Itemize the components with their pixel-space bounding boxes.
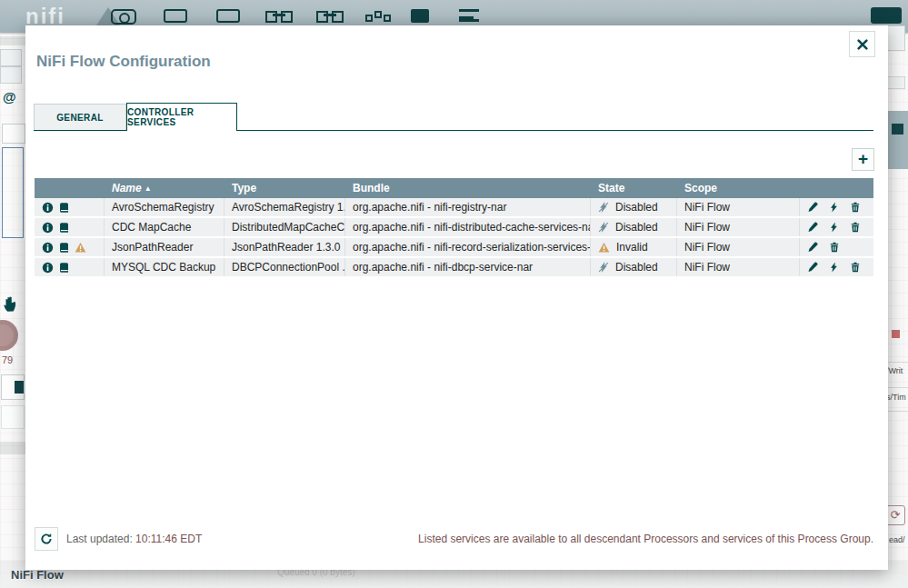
usage-icon: [58, 202, 70, 214]
table-row[interactable]: AvroSchemaRegistry AvroSchemaRegistry 1.…: [35, 198, 873, 218]
last-updated-time: 10:11:46 EDT: [135, 533, 202, 545]
input-port-icon[interactable]: [164, 9, 187, 23]
tab-controller-services[interactable]: CONTROLLER SERVICES: [126, 103, 237, 131]
usage-icon: [58, 242, 70, 254]
navigate-control-fragment[interactable]: [2, 124, 25, 144]
table-row[interactable]: JsonPathReader JsonPathReader 1.3.0 org.…: [35, 238, 873, 258]
enable-icon[interactable]: [829, 202, 839, 213]
stopped-indicator-icon: [892, 330, 900, 338]
header-actions: [800, 178, 873, 198]
canvas-box-fragment: [887, 76, 905, 89]
navigate-compass-icon[interactable]: @: [3, 89, 16, 105]
tab-bar: GENERAL CONTROLLER SERVICES: [34, 104, 873, 131]
remote-process-group-icon[interactable]: [316, 9, 344, 22]
row-actions: [800, 218, 873, 236]
service-type: DBCPConnectionPool ...: [225, 258, 345, 276]
service-state: Disabled: [591, 218, 677, 236]
count-fragment: 79: [2, 354, 13, 365]
service-state: Disabled: [591, 198, 677, 216]
info-icon: [42, 242, 54, 254]
service-type: AvroSchemaRegistry 1....: [225, 198, 345, 216]
close-button[interactable]: [849, 31, 875, 57]
flow-configuration-dialog: NiFi Flow Configuration GENERAL CONTROLL…: [25, 25, 888, 570]
add-service-button[interactable]: +: [852, 148, 874, 171]
funnel-icon[interactable]: [365, 9, 393, 24]
last-updated: Last updated: 10:11:46 EDT: [66, 533, 202, 545]
usage-icon: [58, 262, 70, 274]
refresh-fragment-icon[interactable]: ⟳: [885, 505, 905, 525]
menu-row-fragment: [0, 66, 22, 84]
refresh-button[interactable]: [35, 527, 58, 551]
header-bundle[interactable]: Bundle: [345, 178, 591, 198]
edit-icon[interactable]: [807, 262, 818, 273]
service-state: Invalid: [591, 238, 677, 256]
tab-general[interactable]: GENERAL: [34, 104, 126, 130]
state-label: Disabled: [615, 218, 658, 236]
edit-icon[interactable]: [807, 222, 818, 233]
breadcrumb[interactable]: NiFi Flow: [11, 568, 64, 582]
service-name: MYSQL CDC Backup: [105, 258, 225, 276]
delete-icon[interactable]: [850, 202, 861, 213]
row-actions: [800, 198, 873, 216]
label-icon[interactable]: [411, 9, 429, 23]
usage-icon: [58, 222, 70, 234]
service-type: JsonPathReader 1.3.0: [225, 238, 345, 256]
edit-icon[interactable]: [807, 242, 818, 253]
row-info-icons: [35, 218, 105, 236]
service-type: DistributedMapCacheC...: [225, 218, 345, 236]
enable-icon[interactable]: [829, 262, 839, 273]
output-port-icon[interactable]: [216, 9, 240, 23]
table-row[interactable]: MYSQL CDC Backup DBCPConnectionPool ... …: [35, 258, 873, 278]
edit-icon[interactable]: [807, 202, 818, 213]
component-header-fragment: [888, 111, 908, 169]
header-scope[interactable]: Scope: [677, 178, 800, 198]
delete-icon[interactable]: [829, 242, 840, 253]
read-write-fragment: /Writ: [886, 366, 903, 375]
service-name: AvroSchemaRegistry: [105, 198, 225, 216]
pan-hand-icon[interactable]: [2, 294, 20, 313]
service-name: JsonPathReader: [105, 238, 225, 256]
row-actions: [800, 238, 873, 256]
header-name[interactable]: Name▲: [105, 178, 225, 198]
service-name: CDC MapCache: [105, 218, 225, 236]
row-actions: [800, 258, 873, 276]
read-fragment: ead/: [889, 535, 905, 544]
disabled-icon: [598, 202, 609, 213]
birdseye-viewport-fragment[interactable]: [2, 147, 24, 238]
canvas-band-fragment: [0, 442, 25, 454]
info-icon: [42, 202, 54, 214]
state-label: Disabled: [615, 258, 658, 276]
header-state[interactable]: State: [591, 178, 677, 198]
service-state: Disabled: [591, 258, 677, 276]
state-label: Disabled: [615, 198, 658, 216]
service-bundle: org.apache.nifi - nifi-distributed-cache…: [345, 218, 591, 236]
row-info-icons: [35, 238, 105, 256]
scope-message: Listed services are available to all des…: [418, 533, 873, 545]
palette-glyph-fragment: [15, 381, 24, 394]
service-scope: NiFi Flow: [677, 238, 800, 256]
delete-icon[interactable]: [850, 262, 861, 273]
header-type[interactable]: Type: [225, 178, 345, 198]
template-icon[interactable]: [459, 9, 479, 22]
alert-icon: [75, 242, 86, 254]
table-row[interactable]: CDC MapCache DistributedMapCacheC... org…: [35, 218, 873, 238]
enable-icon[interactable]: [829, 222, 839, 233]
dialog-footer: Last updated: 10:11:46 EDT Listed servic…: [35, 526, 873, 552]
service-bundle: org.apache.nifi - nifi-registry-nar: [345, 198, 591, 216]
delete-icon[interactable]: [850, 222, 861, 233]
state-label: Invalid: [616, 238, 648, 256]
service-scope: NiFi Flow: [677, 258, 800, 276]
palette-button-fragment[interactable]: [1, 405, 25, 429]
processor-icon[interactable]: [111, 9, 136, 25]
service-scope: NiFi Flow: [677, 198, 800, 216]
global-menu-fragment[interactable]: [871, 7, 902, 24]
header-icons: [35, 178, 105, 198]
refresh-icon: [40, 533, 53, 545]
process-group-icon[interactable]: [265, 9, 293, 22]
row-info-icons: [35, 198, 105, 216]
close-icon: [856, 38, 869, 51]
disabled-icon: [598, 222, 609, 233]
component-glyph-fragment: [892, 124, 903, 135]
tasks-time-fragment: s/Tim: [886, 393, 906, 402]
header-shadow-fragment: [0, 36, 25, 45]
